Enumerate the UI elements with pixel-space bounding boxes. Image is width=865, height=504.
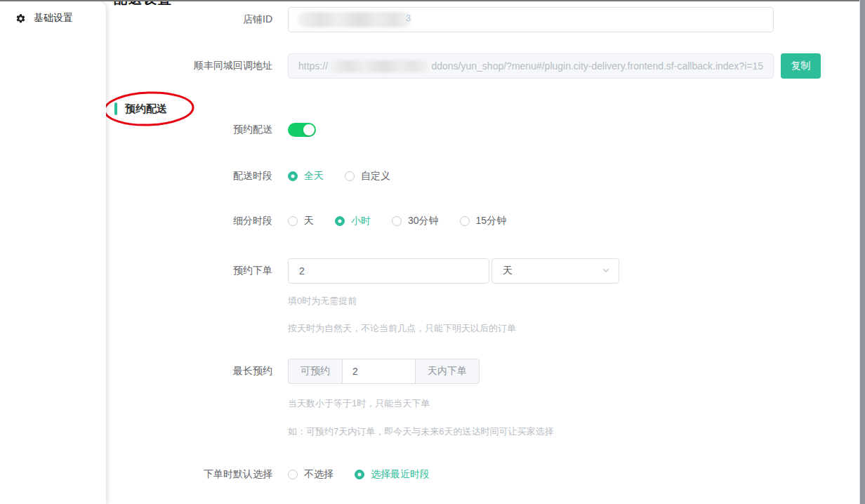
section-accent-bar (114, 102, 117, 115)
max-reserve-prepend: 可预约 (288, 359, 342, 384)
radio-option-custom[interactable]: 自定义 (345, 170, 390, 183)
redacted-shop-id-value (298, 12, 411, 27)
shop-id-row: 店铺ID 3 (0, 7, 774, 32)
radio-option-allday[interactable]: 全天 (288, 170, 324, 183)
radio-label: 30分钟 (408, 215, 439, 227)
redacted-ghost-char: 3 (406, 13, 411, 23)
radio-icon (355, 470, 364, 479)
radio-option-15min[interactable]: 15分钟 (460, 215, 507, 227)
toggle-knob (303, 124, 315, 135)
advance-order-hint2: 按天时为自然天，不论当前几点，只能下明天以后的订单 (288, 323, 516, 334)
max-reserve-input[interactable] (342, 359, 416, 384)
gear-icon (15, 13, 26, 24)
radio-icon (335, 216, 345, 226)
max-reserve-append: 天内下单 (416, 359, 480, 384)
select-value: 天 (503, 265, 513, 277)
reservation-delivery-toggle[interactable] (288, 123, 316, 137)
radio-icon (288, 216, 298, 226)
sidebar-item-label: 基础设置 (34, 12, 73, 25)
callback-row: 顺丰同城回调地址 https://ddons/yun_shop/?menu#/p… (0, 53, 774, 79)
max-reserve-hint1: 当天数小于等于1时，只能当天下单 (288, 398, 430, 409)
radio-icon (392, 216, 402, 226)
radio-label: 天 (304, 215, 314, 227)
radio-option-no-select[interactable]: 不选择 (288, 468, 334, 481)
callback-url-prefix: https:// (298, 60, 328, 72)
redacted-domain (329, 60, 430, 72)
sidebar-item-basic-settings[interactable]: 基础设置 (0, 1, 106, 25)
radio-label: 全天 (304, 170, 324, 183)
radio-option-30min[interactable]: 30分钟 (392, 215, 439, 227)
callback-url-input: https://ddons/yun_shop/?menu#/plugin.cit… (288, 53, 774, 79)
advance-order-hint1: 填0时为无需提前 (288, 296, 357, 307)
radio-option-hour[interactable]: 小时 (335, 215, 371, 227)
copy-button[interactable]: 复制 (781, 53, 821, 79)
section-title: 预约配送 (125, 102, 167, 116)
radio-label: 自定义 (361, 170, 390, 183)
sidebar: 基础设置 (0, 1, 106, 504)
radio-option-day[interactable]: 天 (288, 215, 314, 227)
radio-icon (288, 470, 298, 479)
callback-url-suffix: ddons/yun_shop/?menu#/plugin.city-delive… (431, 60, 763, 72)
radio-label: 小时 (351, 215, 371, 227)
radio-label: 15分钟 (476, 215, 507, 227)
radio-option-nearest-slot[interactable]: 选择最近时段 (355, 468, 430, 481)
scrollbar[interactable] (859, 0, 865, 504)
radio-label: 不选择 (304, 468, 334, 481)
advance-order-unit-select[interactable]: 天 (491, 258, 619, 284)
radio-icon (288, 171, 298, 181)
window-top-border (0, 0, 865, 1)
advance-order-input[interactable] (288, 258, 489, 284)
radio-icon (345, 171, 355, 181)
shop-id-input[interactable]: 3 (288, 7, 774, 32)
chevron-down-icon (602, 265, 610, 277)
section-header: 预约配送 (114, 101, 167, 117)
radio-label: 选择最近时段 (371, 468, 430, 481)
radio-icon (460, 216, 470, 226)
max-reserve-hint2: 如：可预约7天内订单，即今天与未来6天的送达时间可让买家选择 (288, 426, 553, 437)
